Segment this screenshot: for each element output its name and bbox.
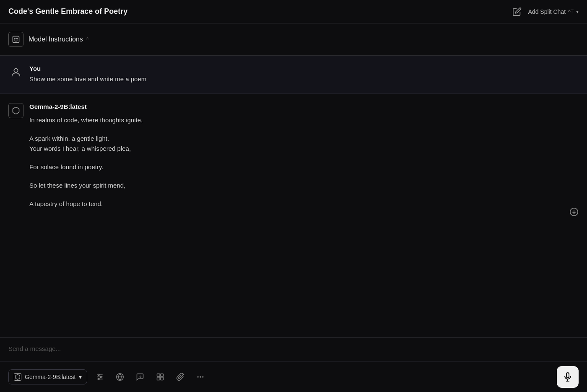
svg-point-2 bbox=[17, 38, 18, 39]
svg-rect-14 bbox=[161, 374, 164, 377]
svg-rect-15 bbox=[157, 377, 160, 380]
ai-model-name: Gemma-2-9B:latest bbox=[29, 103, 579, 110]
settings-icon-button[interactable] bbox=[91, 369, 108, 385]
svg-point-19 bbox=[197, 376, 199, 377]
model-selector-chevron-icon: ▾ bbox=[79, 374, 82, 380]
ai-avatar bbox=[8, 103, 23, 118]
toolbar-icons bbox=[91, 369, 209, 385]
svg-rect-22 bbox=[566, 373, 569, 378]
user-message: You Show me some love and write me a poe… bbox=[0, 56, 587, 94]
chevron-up-icon: ^ bbox=[86, 36, 89, 42]
svg-point-9 bbox=[100, 376, 101, 377]
svg-point-8 bbox=[98, 374, 99, 375]
user-name: You bbox=[29, 65, 146, 72]
svg-point-20 bbox=[200, 376, 201, 377]
microphone-button[interactable] bbox=[557, 366, 579, 388]
poem-line-5: So let these lines your spirit mend, bbox=[29, 181, 579, 191]
header-right: Add Split Chat ^T ▾ bbox=[512, 7, 579, 16]
model-selector-label: Gemma-2-9B:latest bbox=[25, 374, 75, 380]
poem-stanza-5: A tapestry of hope to tend. bbox=[29, 199, 579, 209]
user-message-text: Show me some love and write me a poem bbox=[29, 75, 146, 84]
svg-rect-0 bbox=[13, 36, 19, 43]
edit-button[interactable] bbox=[512, 7, 522, 16]
tools-icon-button[interactable] bbox=[152, 369, 169, 385]
poem-stanza-1: In realms of code, where thoughts ignite… bbox=[29, 115, 579, 125]
poem-line-3: Your words I hear, a whispered plea, bbox=[29, 144, 579, 154]
split-chat-label: Add Split Chat bbox=[528, 8, 566, 15]
model-instructions-icon bbox=[8, 32, 23, 47]
ai-message: Gemma-2-9B:latest In realms of code, whe… bbox=[0, 94, 587, 225]
more-options-button[interactable] bbox=[192, 369, 209, 385]
header-left: Code's Gentle Embrace of Poetry bbox=[8, 7, 127, 16]
input-area bbox=[0, 337, 587, 361]
split-chat-button[interactable]: Add Split Chat ^T ▾ bbox=[528, 8, 579, 15]
message-input[interactable] bbox=[8, 343, 579, 354]
model-selector-button[interactable]: Gemma-2-9B:latest ▾ bbox=[8, 369, 87, 384]
poem-line-4: For solace found in poetry. bbox=[29, 162, 579, 172]
svg-rect-13 bbox=[157, 374, 160, 377]
web-search-icon-button[interactable] bbox=[112, 369, 128, 385]
poem-line-6: A tapestry of hope to tend. bbox=[29, 199, 579, 209]
quick-reply-icon-button[interactable] bbox=[132, 369, 148, 385]
user-content: You Show me some love and write me a poe… bbox=[29, 65, 146, 84]
svg-point-3 bbox=[14, 69, 18, 72]
poem-line-2: A spark within, a gentle light. bbox=[29, 134, 579, 144]
poem-line-1: In realms of code, where thoughts ignite… bbox=[29, 115, 579, 125]
chevron-down-icon: ▾ bbox=[576, 9, 579, 15]
messages-area: You Show me some love and write me a poe… bbox=[0, 56, 587, 337]
poem-stanza-2: A spark within, a gentle light. Your wor… bbox=[29, 134, 579, 154]
svg-rect-16 bbox=[161, 377, 164, 380]
svg-point-10 bbox=[98, 378, 99, 379]
svg-point-1 bbox=[14, 38, 16, 39]
toolbar-left: Gemma-2-9B:latest ▾ bbox=[8, 369, 209, 385]
poem-stanza-3: For solace found in poetry. bbox=[29, 162, 579, 172]
model-cube-icon bbox=[14, 373, 21, 381]
model-instructions-section[interactable]: Model Instructions ^ bbox=[0, 23, 587, 56]
scroll-down-button[interactable] bbox=[569, 207, 579, 217]
attach-icon-button[interactable] bbox=[172, 369, 189, 385]
toolbar: Gemma-2-9B:latest ▾ bbox=[0, 361, 587, 392]
svg-point-21 bbox=[203, 376, 204, 377]
ai-content: Gemma-2-9B:latest In realms of code, whe… bbox=[29, 103, 579, 216]
header: Code's Gentle Embrace of Poetry Add Spli… bbox=[0, 0, 587, 23]
poem-stanza-4: So let these lines your spirit mend, bbox=[29, 181, 579, 191]
page-title: Code's Gentle Embrace of Poetry bbox=[8, 7, 127, 16]
user-avatar bbox=[8, 65, 23, 80]
model-instructions-label: Model Instructions ^ bbox=[29, 36, 88, 43]
split-chat-shortcut: ^T bbox=[568, 9, 574, 15]
